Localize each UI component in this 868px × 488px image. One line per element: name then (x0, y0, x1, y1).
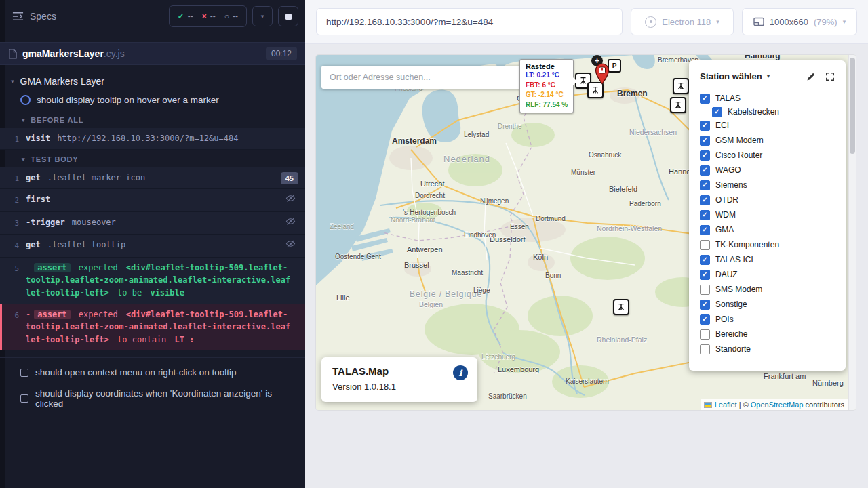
version-card: TALAS.Map Version 1.0.18.1 i (321, 357, 477, 402)
checkbox-icon[interactable] (700, 136, 710, 146)
url-bar[interactable]: http://192.168.10.33:3000/?m=12&u=484 (316, 8, 623, 35)
specs-label: Specs (30, 11, 56, 22)
station-marker[interactable] (673, 78, 689, 94)
layer-checkbox-pois[interactable]: POIs (700, 312, 835, 327)
station-select-dropdown[interactable]: Station wählen (700, 71, 762, 81)
checkbox-icon[interactable] (700, 94, 710, 104)
checkbox-icon[interactable] (700, 150, 710, 161)
aut-scrollbar (848, 55, 856, 410)
test-coordinates[interactable]: should display coordinates when 'Koordin… (0, 383, 305, 414)
command-assert-contain-failed[interactable]: 6 -assert expected <div#leaflet-tooltip-… (0, 304, 305, 351)
specs-toggle-button[interactable]: Specs (12, 11, 56, 22)
station-marker[interactable] (670, 97, 686, 113)
fullscreen-icon[interactable] (825, 72, 835, 81)
marker-tooltip[interactable]: Rastede LT: 0.21 °C FBT: 6 °C GT: -2.14 … (519, 59, 574, 113)
map-label: Bielefeld (609, 185, 637, 193)
scrollbar-thumb[interactable] (850, 58, 855, 154)
layer-checkbox-eci[interactable]: ECI (700, 118, 835, 133)
checkbox-icon[interactable] (700, 121, 710, 131)
runner-controls: ✓ -- × -- ○ -- ▾ (169, 5, 298, 27)
leaflet-link[interactable]: Leaflet (715, 401, 737, 409)
map-label: Eindhoven (464, 231, 496, 239)
layer-checkbox-standorte[interactable]: Standorte (700, 342, 835, 357)
command-first[interactable]: 2 first (0, 189, 305, 212)
checkbox-icon[interactable] (700, 180, 710, 190)
map-label: Nederland (443, 154, 490, 164)
checkbox-icon[interactable] (700, 300, 710, 310)
map-label: Luxembourg (498, 365, 539, 373)
layer-checkbox-sonstige[interactable]: Sonstige (700, 297, 835, 312)
checkbox-icon[interactable] (700, 165, 710, 176)
checkbox-icon[interactable] (700, 210, 710, 220)
test-should-display-tooltip[interactable]: should display tooltip on hover over a m… (0, 91, 305, 110)
layer-checkbox-talas-icl[interactable]: TALAS ICL (700, 252, 835, 267)
info-icon[interactable]: i (453, 365, 468, 380)
checkbox-icon[interactable] (712, 107, 722, 117)
red-alert-marker[interactable] (594, 63, 610, 87)
map-label: Kaiserslautern (566, 378, 609, 385)
spec-file-row[interactable]: gmaMarkersLayer.cy.js 00:12 (0, 42, 305, 65)
element-hidden-eye-icon (285, 239, 296, 253)
checkbox-icon[interactable] (700, 270, 710, 280)
checkbox-icon[interactable] (700, 255, 710, 265)
stat-failed: × -- (202, 12, 216, 21)
map-canvas[interactable]: Hamburg Bremerhaven Groningen Friesland … (316, 55, 856, 410)
layer-checkbox-tk-komponenten[interactable]: TK-Komponenten (700, 237, 835, 252)
map-attribution: Leaflet | © OpenStreetMap contributors (701, 399, 848, 410)
pending-square-icon (20, 394, 28, 403)
checkbox-icon[interactable] (700, 195, 710, 205)
layer-checkbox-sms-modem[interactable]: SMS Modem (700, 282, 835, 297)
before-all-commands: 1 visit http://192.168.10.33:3000/?m=12&… (0, 128, 305, 150)
layer-checkbox-gsm-modem[interactable]: GSM Modem (700, 133, 835, 148)
map-label: Utrecht (420, 180, 444, 188)
spec-file-icon (8, 49, 17, 59)
section-test-body[interactable]: ▾ TEST BODY (0, 150, 305, 167)
map-label: Noord-Brabant (391, 216, 435, 224)
test-context-menu[interactable]: should open context menu on right-click … (0, 362, 305, 383)
browser-selector[interactable]: Electron 118 ▾ (631, 8, 734, 35)
chevron-down-icon[interactable]: ▾ (767, 73, 770, 79)
map-label: Rheinland-Pfalz (597, 336, 647, 344)
layer-checkbox-gma[interactable]: GMA (700, 222, 835, 237)
checkbox-icon[interactable] (700, 344, 710, 354)
passed-check-icon: ✓ (178, 12, 184, 21)
command-get-tooltip[interactable]: 4 get .leaflet-tooltip (0, 235, 305, 258)
red-pin-icon (594, 63, 610, 85)
layer-checkbox-kabelstrecken[interactable]: Kabelstrecken (700, 106, 835, 118)
command-assert-visible[interactable]: 5 -assert expected <div#leaflet-tooltip-… (0, 258, 305, 304)
command-get-marker-icon[interactable]: 1 get .leaflet-marker-icon 45 (0, 167, 305, 189)
suite-gma-markers-layer[interactable]: ▾ GMA Markers Layer (0, 69, 305, 91)
checkbox-icon[interactable] (700, 314, 710, 325)
checkbox-icon[interactable] (700, 285, 710, 295)
chevron-down-icon: ▾ (22, 117, 25, 123)
layer-checkbox-otdr[interactable]: OTDR (700, 192, 835, 207)
station-tower-icon (673, 100, 683, 110)
app-version: Version 1.0.18.1 (332, 382, 467, 392)
viewport-selector[interactable]: 1000x660 (79%) ▾ (742, 8, 857, 35)
chevron-down-icon: ▾ (716, 18, 719, 25)
layer-checkbox-talas[interactable]: TALAS (700, 91, 835, 106)
collapse-all-button[interactable]: ▾ (252, 6, 273, 26)
layer-checkbox-bereiche[interactable]: Bereiche (700, 327, 835, 342)
test-title: should display tooltip on hover over a m… (37, 95, 219, 105)
tooltip-value-gt: GT: -2.14 °C (526, 90, 568, 100)
chevron-down-icon: ▾ (22, 157, 25, 163)
layer-checkbox-wago[interactable]: WAGO (700, 163, 835, 178)
edit-pencil-icon[interactable] (806, 72, 816, 81)
section-before-all[interactable]: ▾ BEFORE ALL (0, 110, 305, 128)
stop-run-button[interactable] (278, 6, 298, 26)
osm-link[interactable]: OpenStreetMap (751, 401, 804, 409)
checkbox-icon[interactable] (700, 225, 710, 235)
layer-checkbox-dauz[interactable]: DAUZ (700, 267, 835, 282)
checkbox-icon[interactable] (700, 240, 710, 250)
station-marker[interactable] (613, 299, 629, 315)
command-visit[interactable]: 1 visit http://192.168.10.33:3000/?m=12&… (0, 128, 305, 150)
layer-checkbox-cisco-router[interactable]: Cisco Router (700, 148, 835, 163)
station-tower-icon (676, 81, 686, 91)
layer-checkbox-wdm[interactable]: WDM (700, 207, 835, 222)
layer-checkbox-siemens[interactable]: Siemens (700, 178, 835, 192)
map-label: Osnabrück (589, 151, 621, 159)
checkbox-icon[interactable] (700, 329, 710, 340)
command-trigger-mouseover[interactable]: 3 -trigger mouseover (0, 212, 305, 235)
station-tower-icon (578, 76, 588, 85)
